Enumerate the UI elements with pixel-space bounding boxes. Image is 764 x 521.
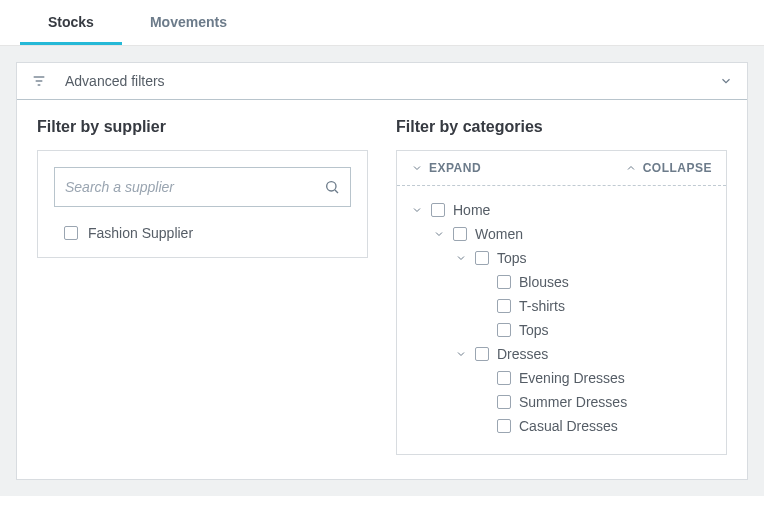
svg-line-4 <box>335 190 338 193</box>
supplier-checkbox[interactable] <box>64 226 78 240</box>
tree-row: Blouses <box>411 270 712 294</box>
tabs: Stocks Movements <box>0 0 764 46</box>
category-checkbox[interactable] <box>453 227 467 241</box>
categories-box: EXPAND COLLAPSE HomeWomenTopsBlousesT-sh… <box>396 150 727 455</box>
expand-label: EXPAND <box>429 161 481 175</box>
tree-row: T-shirts <box>411 294 712 318</box>
category-checkbox[interactable] <box>475 347 489 361</box>
tree-row: Tops <box>411 318 712 342</box>
category-label: Blouses <box>519 274 569 290</box>
supplier-search-input[interactable] <box>65 179 324 195</box>
tree-row: Women <box>411 222 712 246</box>
supplier-item: Fashion Supplier <box>54 225 351 241</box>
supplier-title: Filter by supplier <box>37 118 368 136</box>
category-label: Summer Dresses <box>519 394 627 410</box>
category-label: Tops <box>519 322 549 338</box>
chevron-down-icon <box>411 162 423 174</box>
tree-row: Casual Dresses <box>411 414 712 438</box>
category-label: Home <box>453 202 490 218</box>
category-label: Dresses <box>497 346 548 362</box>
filter-icon <box>31 73 47 89</box>
categories-title: Filter by categories <box>396 118 727 136</box>
category-checkbox[interactable] <box>497 395 511 409</box>
page-body: Advanced filters Filter by supplier <box>0 46 764 496</box>
chevron-down-icon[interactable] <box>433 228 445 240</box>
category-checkbox[interactable] <box>497 323 511 337</box>
advanced-filters-title: Advanced filters <box>65 73 719 89</box>
category-checkbox[interactable] <box>497 299 511 313</box>
category-label: T-shirts <box>519 298 565 314</box>
filters-body: Filter by supplier Fashion Supplier <box>17 100 747 479</box>
tab-stocks[interactable]: Stocks <box>20 0 122 45</box>
supplier-search-wrap <box>54 167 351 207</box>
tree-row: Dresses <box>411 342 712 366</box>
category-label: Evening Dresses <box>519 370 625 386</box>
category-checkbox[interactable] <box>497 371 511 385</box>
chevron-up-icon <box>625 162 637 174</box>
category-checkbox[interactable] <box>497 419 511 433</box>
supplier-box: Fashion Supplier <box>37 150 368 258</box>
advanced-filters-header[interactable]: Advanced filters <box>17 63 747 100</box>
category-label: Tops <box>497 250 527 266</box>
collapse-label: COLLAPSE <box>643 161 712 175</box>
category-tree: HomeWomenTopsBlousesT-shirtsTopsDressesE… <box>397 186 726 454</box>
tab-movements[interactable]: Movements <box>122 0 255 45</box>
chevron-down-icon[interactable] <box>411 204 423 216</box>
supplier-column: Filter by supplier Fashion Supplier <box>37 118 368 455</box>
category-checkbox[interactable] <box>431 203 445 217</box>
category-checkbox[interactable] <box>475 251 489 265</box>
tree-row: Home <box>411 198 712 222</box>
chevron-down-icon[interactable] <box>455 348 467 360</box>
category-checkbox[interactable] <box>497 275 511 289</box>
chevron-down-icon[interactable] <box>455 252 467 264</box>
category-label: Women <box>475 226 523 242</box>
tree-row: Evening Dresses <box>411 366 712 390</box>
expand-button[interactable]: EXPAND <box>411 161 481 175</box>
categories-column: Filter by categories EXPAND COLLAPSE Hom… <box>396 118 727 455</box>
svg-point-3 <box>327 182 336 191</box>
tree-row: Tops <box>411 246 712 270</box>
tree-row: Summer Dresses <box>411 390 712 414</box>
search-icon <box>324 179 340 195</box>
collapse-button[interactable]: COLLAPSE <box>625 161 712 175</box>
filters-panel: Advanced filters Filter by supplier <box>16 62 748 480</box>
categories-header: EXPAND COLLAPSE <box>397 151 726 186</box>
category-label: Casual Dresses <box>519 418 618 434</box>
supplier-item-label: Fashion Supplier <box>88 225 193 241</box>
chevron-down-icon <box>719 74 733 88</box>
